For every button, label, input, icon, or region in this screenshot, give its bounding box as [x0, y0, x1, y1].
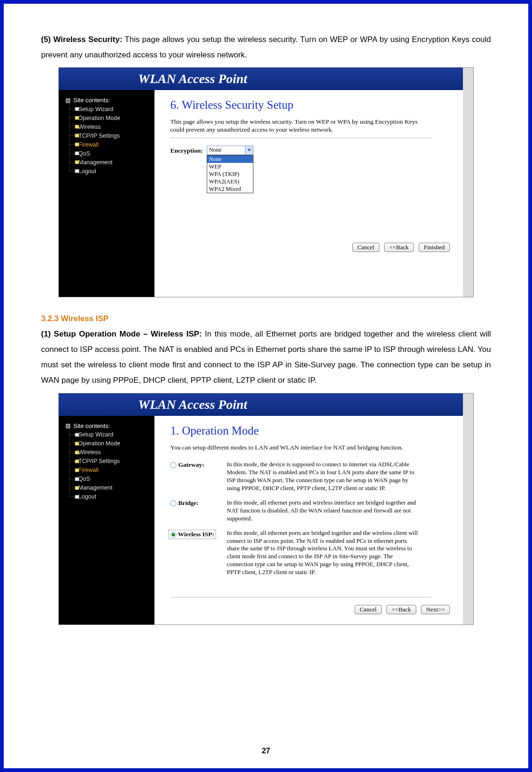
dropdown-option[interactable]: WPA (TKIP): [207, 170, 253, 178]
mode-name: Gateway:: [178, 461, 204, 469]
folder-icon: [75, 142, 79, 147]
dropdown-option[interactable]: WEP: [207, 163, 253, 170]
folder-icon: [75, 450, 79, 455]
sidebar-item-label: TCP/IP Settings: [78, 458, 120, 464]
dropdown-option[interactable]: WPA2 Mixed: [207, 185, 253, 193]
screenshot-operation-mode: WLAN Access Point ▧ Site contents: Setup…: [58, 393, 474, 625]
cancel-button[interactable]: Cancel: [355, 605, 382, 614]
page-number: 27: [4, 747, 528, 755]
sidebar-item-label: Setup Wizard: [78, 106, 113, 112]
sidebar-item-label: TCP/IP Settings: [78, 133, 120, 139]
finished-button[interactable]: Finished: [419, 243, 450, 252]
radio-button[interactable]: [170, 500, 176, 506]
sidebar-item[interactable]: Logout: [67, 492, 152, 501]
sidebar-root-label: Site contents:: [73, 97, 110, 104]
screenshot-wireless-security: WLAN Access Point ▧ Site contents: Setup…: [58, 67, 474, 297]
scroll-up-button[interactable]: [464, 417, 471, 424]
sidebar-item[interactable]: Wireless: [67, 122, 152, 131]
sidebar-item-label: QoS: [78, 150, 90, 157]
sidebar-item[interactable]: Management: [67, 484, 152, 492]
back-button[interactable]: <<Back: [384, 243, 413, 252]
page-description: This page allows you setup the wireless …: [170, 118, 432, 134]
folder-icon: [75, 116, 79, 120]
cancel-button[interactable]: Cancel: [352, 243, 379, 252]
sidebar-item[interactable]: QoS: [67, 475, 152, 484]
sidebar-item[interactable]: QoS: [67, 149, 152, 158]
sidebar-item[interactable]: Operation Mode: [67, 113, 152, 122]
paragraph-wireless-security: (5) Wireless Security: This page allows …: [41, 32, 491, 63]
sidebar-root-label: Site contents:: [73, 422, 110, 429]
sidebar-item[interactable]: Setup Wizard: [67, 105, 152, 113]
folder-icon: [75, 433, 79, 437]
app-banner: WLAN Access Point: [59, 68, 473, 90]
folder-icon: [75, 477, 79, 481]
content-area: 6. Wireless Security Setup This page all…: [154, 90, 473, 297]
folder-icon: [75, 151, 79, 155]
sidebar-item[interactable]: TCP/IP Settings: [67, 457, 152, 466]
scrollbar-track[interactable]: [464, 425, 471, 615]
sidebar-item[interactable]: TCP/IP Settings: [67, 131, 152, 140]
mode-radio-cell[interactable]: Wireless ISP:: [170, 529, 219, 539]
mode-row: Wireless ISP:In this mode, all ethernet …: [170, 529, 463, 576]
mode-radio-cell[interactable]: Gateway:: [170, 461, 219, 469]
folder-icon: [75, 468, 79, 472]
folder-icon: [75, 169, 79, 173]
dropdown-option[interactable]: None: [207, 155, 253, 163]
encryption-dropdown-list[interactable]: NoneWEPWPA (TKIP)WPA2(AES)WPA2 Mixed: [207, 155, 253, 193]
sidebar-item-label: Operation Mode: [78, 440, 120, 447]
sidebar-item-label: Wireless: [78, 124, 101, 130]
dropdown-option[interactable]: WPA2(AES): [207, 178, 253, 185]
sidebar-item[interactable]: Logout: [67, 167, 152, 175]
folder-icon: [75, 459, 79, 463]
mode-description: In this mode, the device is supposed to …: [227, 461, 418, 492]
folder-icon: [75, 125, 79, 129]
sidebar-item[interactable]: Operation Mode: [67, 439, 152, 448]
content-area: 1. Operation Mode You can setup differen…: [154, 416, 473, 625]
folder-icon: [75, 160, 79, 164]
folder-icon: [75, 442, 79, 446]
mode-row: Bridge:In this mode, all ethernet ports …: [170, 499, 463, 523]
paragraph-wireless-isp: (1) Setup Operation Mode – Wireless ISP:…: [41, 326, 491, 388]
paragraph-bold-prefix: (1) Setup Operation Mode – Wireless ISP:: [41, 330, 202, 338]
app-banner: WLAN Access Point: [59, 393, 473, 416]
encryption-dropdown[interactable]: None: [207, 146, 253, 155]
sidebar-item-label: Management: [78, 484, 112, 491]
sidebar-item[interactable]: Management: [67, 158, 152, 167]
back-button[interactable]: <<Back: [386, 605, 416, 614]
radio-button[interactable]: [170, 462, 176, 468]
page-title: 6. Wireless Security Setup: [170, 98, 463, 112]
sidebar-item[interactable]: Firewall: [67, 466, 152, 475]
sidebar-item-label: Logout: [78, 168, 96, 175]
sidebar-root: ▧ Site contents:: [65, 97, 152, 104]
next-button[interactable]: Next>>: [421, 605, 450, 614]
encryption-label: Encryption:: [170, 146, 203, 154]
sidebar-item-label: QoS: [78, 476, 90, 482]
section-heading: 3.2.3 Wireless ISP: [41, 314, 491, 323]
sidebar-item-label: Firewall: [78, 141, 98, 148]
sidebar-item-label: Wireless: [78, 449, 101, 456]
sidebar-item-label: Management: [78, 159, 112, 166]
dropdown-selected-value: None: [209, 147, 222, 153]
scrollbar-thumb[interactable]: [464, 425, 471, 537]
sidebar-item[interactable]: Wireless: [67, 448, 152, 457]
sidebar-item[interactable]: Firewall: [67, 140, 152, 149]
mode-radio-cell[interactable]: Bridge:: [170, 499, 219, 507]
page-title: 1. Operation Mode: [170, 424, 463, 437]
radio-button[interactable]: [170, 532, 176, 538]
folder-icon: [75, 486, 79, 490]
folder-icon: [75, 107, 79, 111]
page-description: You can setup different modes to LAN and…: [170, 444, 432, 452]
sidebar-item-label: Operation Mode: [78, 115, 120, 121]
mode-description: In this mode, all ethernet ports and wir…: [227, 499, 418, 523]
mode-name: Bridge:: [178, 499, 199, 507]
folder-icon: [75, 133, 79, 138]
sidebar: ▧ Site contents: Setup WizardOperation M…: [59, 90, 154, 297]
sidebar: ▧ Site contents: Setup WizardOperation M…: [59, 416, 154, 625]
paragraph-bold-prefix: (5) Wireless Security:: [41, 35, 122, 44]
sidebar-item[interactable]: Setup Wizard: [67, 430, 152, 439]
divider: [170, 597, 432, 597]
mode-row: Gateway:In this mode, the device is supp…: [170, 461, 463, 492]
mode-description: In this mode, all ethernet ports are bri…: [227, 529, 418, 576]
folder-icon: [75, 495, 79, 499]
scroll-down-button[interactable]: [464, 616, 471, 623]
